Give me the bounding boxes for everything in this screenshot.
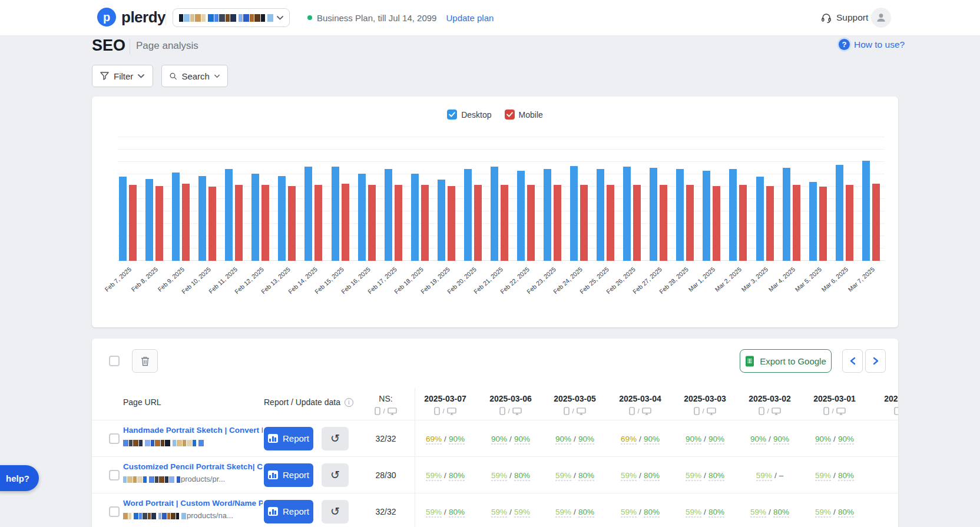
next-page-button[interactable] bbox=[865, 349, 886, 373]
mobile-bar[interactable] bbox=[766, 186, 774, 261]
desktop-score-link[interactable]: 90% bbox=[514, 434, 530, 444]
desktop-bar[interactable] bbox=[676, 169, 684, 261]
mobile-bar[interactable] bbox=[474, 185, 482, 261]
mobile-score-link[interactable]: 90% bbox=[815, 434, 831, 444]
desktop-bar[interactable] bbox=[332, 167, 339, 261]
page-url-link[interactable]: Handmade Portrait Sketch | Convert P... bbox=[123, 426, 263, 435]
desktop-score-link[interactable]: 90% bbox=[773, 434, 789, 444]
desktop-bar[interactable] bbox=[119, 177, 127, 261]
desktop-score-link[interactable]: 80% bbox=[708, 470, 724, 480]
mobile-bar[interactable] bbox=[368, 185, 376, 261]
desktop-bar[interactable] bbox=[385, 169, 392, 261]
mobile-score-link[interactable]: 59% bbox=[491, 470, 507, 480]
mobile-bar[interactable] bbox=[155, 186, 163, 261]
mobile-score-link[interactable]: 69% bbox=[426, 434, 442, 444]
report-button[interactable]: Report bbox=[264, 463, 313, 487]
desktop-bar[interactable] bbox=[225, 169, 233, 261]
mobile-score-link[interactable]: 59% bbox=[686, 507, 701, 517]
mobile-bar[interactable] bbox=[739, 185, 747, 261]
mobile-bar[interactable] bbox=[633, 185, 641, 261]
mobile-score-link[interactable]: 59% bbox=[491, 507, 507, 517]
desktop-score-link[interactable]: 80% bbox=[578, 507, 594, 517]
site-selector-dropdown[interactable] bbox=[173, 8, 290, 27]
mobile-score-link[interactable]: 59% bbox=[686, 470, 701, 480]
desktop-bar[interactable] bbox=[597, 169, 604, 261]
mobile-bar[interactable] bbox=[235, 185, 243, 261]
mobile-score-link[interactable]: 59% bbox=[426, 507, 442, 517]
refresh-button[interactable]: ↺ bbox=[322, 427, 349, 450]
desktop-score-link[interactable]: 80% bbox=[644, 507, 660, 517]
mobile-bar[interactable] bbox=[261, 185, 269, 261]
mobile-bar[interactable] bbox=[527, 185, 535, 261]
export-to-google-button[interactable]: Export to Google bbox=[740, 349, 832, 373]
desktop-score-link[interactable]: 80% bbox=[644, 470, 660, 480]
mobile-bar[interactable] bbox=[686, 185, 694, 261]
user-avatar[interactable] bbox=[871, 8, 891, 28]
mobile-bar[interactable] bbox=[660, 185, 667, 261]
desktop-score-link[interactable]: 80% bbox=[578, 470, 594, 480]
desktop-bar[interactable] bbox=[809, 182, 817, 261]
desktop-checkbox[interactable] bbox=[447, 110, 457, 120]
support-button[interactable]: Support bbox=[820, 0, 868, 35]
desktop-score-link[interactable]: 80% bbox=[838, 470, 854, 480]
desktop-bar[interactable] bbox=[411, 174, 419, 261]
refresh-button[interactable]: ↺ bbox=[322, 500, 349, 523]
mobile-bar[interactable] bbox=[421, 185, 429, 261]
search-button[interactable]: Search bbox=[161, 65, 228, 87]
info-icon[interactable]: i bbox=[345, 398, 353, 407]
desktop-bar[interactable] bbox=[304, 167, 312, 261]
mobile-bar[interactable] bbox=[713, 186, 720, 261]
mobile-score-link[interactable]: 59% bbox=[750, 507, 766, 517]
mobile-bar[interactable] bbox=[342, 184, 349, 261]
mobile-bar[interactable] bbox=[846, 185, 853, 261]
desktop-score-link[interactable]: 90% bbox=[838, 434, 854, 444]
desktop-bar[interactable] bbox=[783, 168, 790, 261]
desktop-score-link[interactable]: 90% bbox=[644, 434, 660, 444]
previous-page-button[interactable] bbox=[842, 349, 863, 373]
desktop-score-link[interactable]: 59% bbox=[514, 507, 530, 517]
desktop-bar[interactable] bbox=[756, 177, 764, 261]
how-to-use-link[interactable]: ? How to use? bbox=[839, 39, 905, 50]
page-url-link[interactable]: Customized Pencil Portrait Sketch| C... bbox=[123, 462, 263, 471]
mobile-score-link[interactable]: 90% bbox=[686, 434, 701, 444]
mobile-bar[interactable] bbox=[395, 185, 402, 261]
desktop-score-link[interactable]: 90% bbox=[578, 434, 594, 444]
mobile-score-link[interactable]: 59% bbox=[555, 470, 571, 480]
mobile-score-link[interactable]: 59% bbox=[426, 470, 442, 480]
mobile-bar[interactable] bbox=[872, 184, 880, 261]
update-plan-link[interactable]: Update plan bbox=[446, 13, 494, 23]
delete-button[interactable] bbox=[132, 349, 158, 373]
desktop-score-link[interactable]: 80% bbox=[838, 507, 854, 517]
mobile-bar[interactable] bbox=[129, 185, 137, 261]
desktop-score-link[interactable]: 90% bbox=[708, 434, 724, 444]
filter-button[interactable]: Filter bbox=[92, 65, 153, 87]
mobile-score-link[interactable]: 59% bbox=[621, 507, 637, 517]
row-checkbox[interactable] bbox=[109, 506, 120, 517]
desktop-bar[interactable] bbox=[623, 167, 631, 261]
desktop-bar[interactable] bbox=[570, 166, 578, 261]
desktop-bar[interactable] bbox=[278, 176, 286, 261]
desktop-bar[interactable] bbox=[491, 167, 498, 261]
desktop-bar[interactable] bbox=[464, 169, 472, 261]
mobile-bar[interactable] bbox=[182, 184, 190, 261]
desktop-bar[interactable] bbox=[703, 171, 710, 261]
report-button[interactable]: Report bbox=[264, 500, 313, 523]
desktop-bar[interactable] bbox=[198, 176, 206, 261]
desktop-score-link[interactable]: 80% bbox=[449, 507, 465, 517]
desktop-bar[interactable] bbox=[251, 174, 259, 261]
desktop-bar[interactable] bbox=[729, 169, 737, 261]
mobile-score-link[interactable]: 90% bbox=[750, 434, 766, 444]
mobile-bar[interactable] bbox=[580, 185, 588, 261]
desktop-bar[interactable] bbox=[172, 173, 180, 261]
desktop-score-link[interactable]: 80% bbox=[449, 470, 465, 480]
mobile-bar[interactable] bbox=[448, 186, 455, 261]
legend-mobile-toggle[interactable]: Mobile bbox=[505, 110, 543, 120]
row-checkbox[interactable] bbox=[109, 470, 120, 480]
desktop-bar[interactable] bbox=[862, 161, 870, 261]
legend-desktop-toggle[interactable]: Desktop bbox=[447, 110, 491, 120]
desktop-bar[interactable] bbox=[145, 179, 153, 261]
mobile-bar[interactable] bbox=[554, 185, 561, 261]
mobile-bar[interactable] bbox=[607, 185, 614, 261]
desktop-score-link[interactable]: 80% bbox=[708, 507, 724, 517]
desktop-score-link[interactable]: 90% bbox=[449, 434, 465, 444]
